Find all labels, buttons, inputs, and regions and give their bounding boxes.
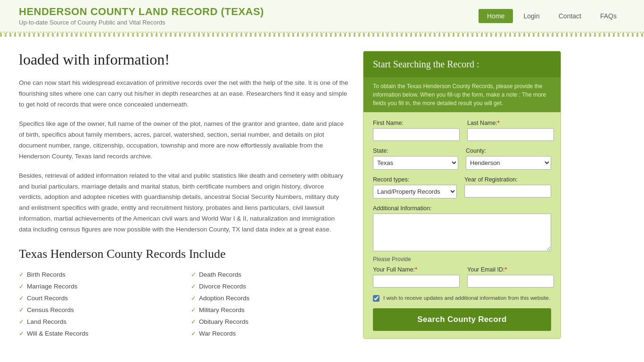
check-icon: ✓ [19,271,24,278]
state-group: State: Texas Alabama Alaska Arizona Arka… [373,148,458,170]
check-icon: ✓ [191,306,196,313]
records-heading: Texas Henderson County Records Include [19,247,349,261]
list-item: ✓Court Records [19,292,177,304]
please-provide-label: Please Provide [373,256,551,263]
record-type-select[interactable]: Land/Property Records Birth Records Deat… [373,185,457,198]
state-label: State: [373,148,458,154]
name-row: First Name: Last Name:* [373,120,551,141]
list-item: ✓Obituary Records [191,316,349,328]
list-item: ✓Adoption Records [191,292,349,304]
site-title: HENDERSON COUNTY LAND RECORD (TEXAS) [19,6,264,18]
form-header: Start Searching the Record : [363,51,561,77]
record-type-group: Record types: Land/Property Records Birt… [373,176,457,198]
list-item: ✓Military Records [191,304,349,316]
nav-home[interactable]: Home [479,9,513,23]
main-content: loaded with information! One can now sta… [0,37,644,354]
newsletter-checkbox-row: I wish to receive updates and additional… [373,294,551,302]
records-lists: ✓Birth Records ✓Marriage Records ✓Court … [19,269,349,339]
full-name-label: Your Full Name:* [373,266,460,273]
search-form-card: Start Searching the Record : To obtain t… [363,51,561,339]
header-divider [0,33,644,37]
year-label: Year of Registration: [464,176,551,183]
left-column: loaded with information! One can now sta… [19,51,349,339]
search-county-record-button[interactable]: Search County Record [373,308,551,331]
first-name-group: First Name: [373,120,460,141]
records-list-right: ✓Death Records ✓Divorce Records ✓Adoptio… [191,269,349,339]
list-item: ✓Will & Estate Records [19,328,177,339]
email-input[interactable] [467,275,554,288]
email-label: Your Email ID:* [467,266,554,273]
county-label: County: [466,148,551,154]
check-icon: ✓ [191,318,196,325]
list-item: ✓War Records [191,328,349,339]
check-icon: ✓ [191,271,196,278]
header-brand: HENDERSON COUNTY LAND RECORD (TEXAS) Up-… [19,6,264,26]
last-name-group: Last Name:* [467,120,554,141]
first-name-input[interactable] [373,128,460,141]
list-item: ✓Land Records [19,316,177,328]
check-icon: ✓ [191,283,196,290]
check-icon: ✓ [191,295,196,302]
check-icon: ✓ [19,283,24,290]
check-icon: ✓ [19,295,24,302]
newsletter-checkbox[interactable] [373,295,380,302]
nav-contact[interactable]: Contact [550,9,590,23]
right-column: Start Searching the Record : To obtain t… [363,51,561,339]
check-icon: ✓ [19,306,24,313]
site-subtitle: Up-to-date Source of County Public and V… [19,19,264,26]
body-text-3: Besides, retrieval of added information … [19,171,349,236]
last-name-label: Last Name:* [467,120,554,126]
contact-row: Your Full Name:* Your Email ID:* [373,266,551,288]
nav-login[interactable]: Login [515,9,548,23]
list-item: ✓Birth Records [19,269,177,280]
form-description: To obtain the Texas Henderson County Rec… [363,77,561,112]
state-county-row: State: Texas Alabama Alaska Arizona Arka… [373,148,551,170]
nav-faqs[interactable]: FAQs [592,9,625,23]
body-text-1: One can now start his widespread excavat… [19,78,349,110]
list-item: ✓Census Records [19,304,177,316]
additional-label: Additional Information: [373,205,551,212]
list-item: ✓Marriage Records [19,280,177,292]
full-name-group: Your Full Name:* [373,266,460,288]
site-header: HENDERSON COUNTY LAND RECORD (TEXAS) Up-… [0,0,644,33]
email-group: Your Email ID:* [467,266,554,288]
year-input[interactable] [464,185,551,197]
check-icon: ✓ [19,330,24,337]
checkbox-label: I wish to receive updates and additional… [383,294,550,302]
year-group: Year of Registration: [464,176,551,198]
list-item: ✓Divorce Records [191,280,349,292]
state-select[interactable]: Texas Alabama Alaska Arizona Arkansas Ca… [373,156,458,170]
last-name-input[interactable] [467,128,554,141]
county-select[interactable]: Henderson Harris Dallas Tarrant Bexar [466,156,551,170]
form-body: First Name: Last Name:* State: Texas [363,112,561,338]
list-item: ✓Death Records [191,269,349,280]
record-year-row: Record types: Land/Property Records Birt… [373,176,551,198]
county-group: County: Henderson Harris Dallas Tarrant … [466,148,551,170]
full-name-input[interactable] [373,275,460,288]
body-text-2: Specifics like age of the owner, full na… [19,119,349,162]
additional-info-group: Additional Information: [373,205,551,251]
record-types-label: Record types: [373,176,457,183]
check-icon: ✓ [19,318,24,325]
additional-info-textarea[interactable] [373,214,551,251]
check-icon: ✓ [191,330,196,337]
first-name-label: First Name: [373,120,460,126]
main-nav: Home Login Contact FAQs [479,9,625,23]
main-heading: loaded with information! [19,51,349,68]
records-list-left: ✓Birth Records ✓Marriage Records ✓Court … [19,269,177,339]
